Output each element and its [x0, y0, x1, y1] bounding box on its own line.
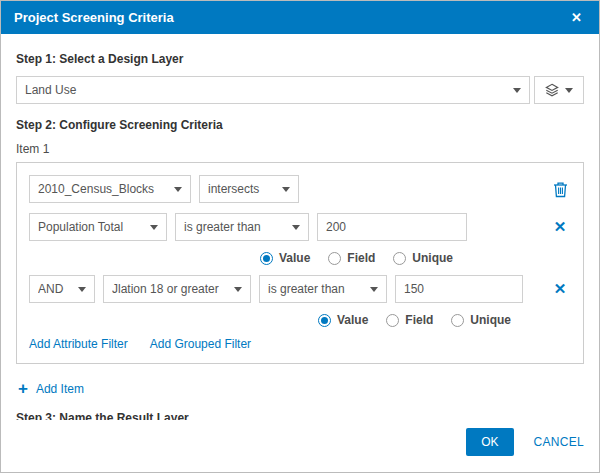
- radio-unselected-icon: [451, 314, 464, 327]
- chevron-down-icon: [282, 187, 290, 192]
- filter1-operator-select[interactable]: is greater than: [175, 213, 309, 241]
- design-layer-select-value: Land Use: [25, 83, 505, 97]
- design-layer-row: Land Use: [16, 76, 584, 104]
- chevron-down-icon: [292, 225, 300, 230]
- step3-label: Step 3: Name the Result Layer: [16, 411, 584, 420]
- plus-icon: +: [18, 380, 28, 397]
- filter2-radio-field[interactable]: Field: [386, 313, 433, 327]
- radio-label: Value: [279, 251, 310, 265]
- chevron-down-icon: [234, 287, 242, 292]
- filter2-radio-row: Value Field Unique: [29, 313, 571, 327]
- dialog-footer: OK CANCEL: [1, 420, 599, 472]
- criteria-layer-select-value: 2010_Census_Blocks: [38, 182, 166, 196]
- add-item-button[interactable]: + Add Item: [18, 380, 584, 397]
- filter1-field-select-value: Population Total: [38, 220, 142, 234]
- filter1-value-input[interactable]: [317, 213, 467, 241]
- step1-label: Step 1: Select a Design Layer: [16, 52, 584, 66]
- filter2-logic-select[interactable]: AND: [29, 275, 95, 303]
- dialog-title: Project Screening Criteria: [14, 10, 567, 25]
- item-label: Item 1: [16, 142, 584, 156]
- filter1-radio-field[interactable]: Field: [328, 251, 375, 265]
- project-screening-criteria-dialog: Project Screening Criteria ✕ Step 1: Sel…: [0, 0, 600, 473]
- filter2-operator-select[interactable]: is greater than: [259, 275, 387, 303]
- filter2-radio-value[interactable]: Value: [318, 313, 368, 327]
- filter1-field-select[interactable]: Population Total: [29, 213, 167, 241]
- filter2-logic-select-value: AND: [38, 282, 70, 296]
- radio-unselected-icon: [328, 252, 341, 265]
- trash-icon[interactable]: [549, 178, 571, 200]
- step2-label: Step 2: Configure Screening Criteria: [16, 118, 584, 132]
- remove-filter-icon[interactable]: ✕: [549, 216, 571, 238]
- design-layer-select[interactable]: Land Use: [16, 76, 530, 104]
- radio-unselected-icon: [386, 314, 399, 327]
- screening-item-box: 2010_Census_Blocks intersects: [16, 162, 584, 364]
- chevron-down-icon: [370, 287, 378, 292]
- filter2-field-select[interactable]: Jlation 18 or greater: [103, 275, 251, 303]
- spatial-operator-select[interactable]: intersects: [199, 175, 299, 203]
- radio-label: Unique: [470, 313, 511, 327]
- dialog-header: Project Screening Criteria ✕: [1, 1, 599, 34]
- chevron-down-icon: [174, 187, 182, 192]
- filter1-radio-value[interactable]: Value: [260, 251, 310, 265]
- radio-label: Unique: [412, 251, 453, 265]
- filter2-field-select-value: Jlation 18 or greater: [112, 282, 226, 296]
- attribute-filter-row-2: AND Jlation 18 or greater is greater tha…: [29, 275, 571, 303]
- add-grouped-filter-link[interactable]: Add Grouped Filter: [150, 337, 251, 351]
- dialog-body: Step 1: Select a Design Layer Land Use S…: [1, 34, 599, 420]
- layer-options-button[interactable]: [534, 76, 584, 104]
- radio-label: Field: [347, 251, 375, 265]
- chevron-down-icon: [150, 225, 158, 230]
- close-icon[interactable]: ✕: [567, 9, 586, 26]
- radio-unselected-icon: [393, 252, 406, 265]
- add-item-label: Add Item: [36, 382, 84, 396]
- cancel-button[interactable]: CANCEL: [534, 435, 584, 449]
- spatial-operator-select-value: intersects: [208, 182, 274, 196]
- attribute-filter-row-1: Population Total is greater than ✕: [29, 213, 571, 241]
- filter2-operator-select-value: is greater than: [268, 282, 362, 296]
- filter1-radio-unique[interactable]: Unique: [393, 251, 453, 265]
- layers-icon: [545, 83, 559, 97]
- radio-label: Value: [337, 313, 368, 327]
- radio-label: Field: [405, 313, 433, 327]
- filter1-operator-select-value: is greater than: [184, 220, 284, 234]
- chevron-down-icon: [78, 287, 86, 292]
- filter2-radio-unique[interactable]: Unique: [451, 313, 511, 327]
- chevron-down-icon: [513, 88, 521, 93]
- remove-filter-icon[interactable]: ✕: [549, 278, 571, 300]
- ok-button[interactable]: OK: [466, 428, 513, 456]
- criteria-layer-select[interactable]: 2010_Census_Blocks: [29, 175, 191, 203]
- chevron-down-icon: [565, 88, 573, 93]
- spatial-filter-row: 2010_Census_Blocks intersects: [29, 175, 571, 203]
- filter1-radio-row: Value Field Unique: [29, 251, 571, 265]
- radio-selected-icon: [260, 252, 273, 265]
- add-attribute-filter-link[interactable]: Add Attribute Filter: [29, 337, 128, 351]
- radio-selected-icon: [318, 314, 331, 327]
- filter-links-row: Add Attribute Filter Add Grouped Filter: [29, 337, 571, 351]
- filter2-value-input[interactable]: [395, 275, 523, 303]
